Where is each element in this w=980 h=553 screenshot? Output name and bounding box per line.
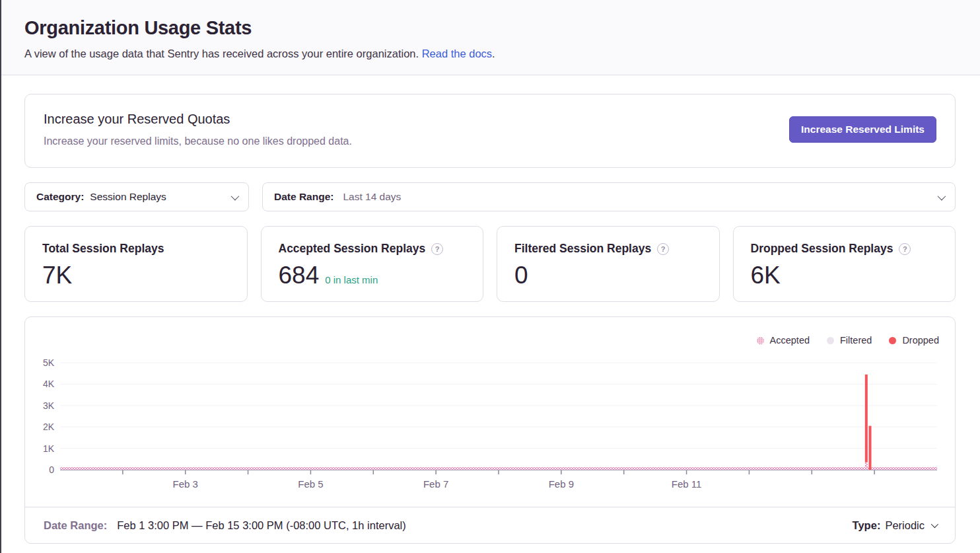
chevron-down-icon [931,521,938,528]
stat-card-subvalue: 0 in last min [325,274,378,285]
svg-text:5K: 5K [43,357,55,368]
chart-legend: Accepted Filtered Dropped [757,335,939,346]
subtitle-period: . [492,48,495,59]
svg-text:Feb 7: Feb 7 [423,478,448,490]
stat-value-row: 0 [514,262,702,289]
legend-item-accepted[interactable]: Accepted [757,335,810,346]
stat-card-title: Total Session Replays [42,242,230,256]
svg-text:2K: 2K [43,422,55,432]
svg-text:Feb 3: Feb 3 [173,478,198,490]
stat-value-row: 684 0 in last min [279,262,466,289]
quota-banner-title: Increase your Reserved Quotas [44,112,352,127]
stat-cards-row: Total Session Replays 7K Accepted Sessio… [24,226,956,302]
chevron-down-icon [938,192,946,200]
category-filter-dropdown[interactable]: Category: Session Replays [24,182,249,211]
dropped-stat-card: Dropped Session Replays? 6K [733,226,956,302]
svg-text:1K: 1K [43,443,55,454]
stat-card-title-text: Total Session Replays [42,242,164,256]
accepted-stat-card: Accepted Session Replays? 684 0 in last … [261,226,484,302]
svg-text:Feb 11: Feb 11 [672,478,702,490]
stat-card-value: 684 [279,262,320,289]
accepted-marker-icon [757,337,764,344]
legend-label: Accepted [770,335,810,346]
page-subtitle: A view of the usage data that Sentry has… [24,48,956,60]
total-stat-card: Total Session Replays 7K [24,226,248,302]
category-filter-value: Session Replays [90,191,166,203]
type-label: Type: [853,519,881,532]
read-docs-link[interactable]: Read the docs [422,48,492,59]
legend-item-filtered[interactable]: Filtered [827,335,872,346]
stat-card-title: Accepted Session Replays? [279,242,466,256]
svg-text:4K: 4K [43,379,55,389]
page-header: Organization Usage Stats A view of the u… [1,0,980,75]
chart-footer: Date Range: Feb 1 3:00 PM — Feb 15 3:00 … [25,507,955,543]
legend-item-dropped[interactable]: Dropped [889,335,939,346]
page-title: Organization Usage Stats [24,17,956,39]
filter-row: Category: Session Replays Date Range: La… [24,182,956,211]
filtered-stat-card: Filtered Session Replays? 0 [497,226,720,302]
chevron-down-icon [231,192,240,200]
svg-text:0: 0 [49,464,54,475]
date-range-filter-dropdown[interactable]: Date Range: Last 14 days [262,182,956,211]
quota-banner: Increase your Reserved Quotas Increase y… [24,94,956,168]
date-range-label: Date Range: [44,519,107,532]
filtered-marker-icon [827,337,834,344]
usage-chart-card: Accepted Filtered Dropped 01K2K3K4K5KFeb… [24,316,956,544]
usage-chart[interactable]: Accepted Filtered Dropped 01K2K3K4K5KFeb… [25,317,955,507]
quota-banner-description: Increase your reserved limits, because n… [44,135,352,147]
legend-label: Filtered [840,335,872,346]
stat-card-title-text: Accepted Session Replays [279,242,426,256]
svg-text:3K: 3K [43,400,55,411]
svg-text:Feb 5: Feb 5 [298,478,323,490]
stat-card-title-text: Filtered Session Replays [514,242,651,256]
help-icon[interactable]: ? [657,243,669,255]
date-range-filter-label: Date Range: [274,191,333,203]
date-range-filter-value: Last 14 days [343,191,401,203]
category-filter-label: Category: [36,191,84,203]
chart-footer-date-range: Date Range: Feb 1 3:00 PM — Feb 15 3:00 … [44,519,406,532]
stat-value-row: 6K [751,262,938,289]
date-range-value: Feb 1 3:00 PM — Feb 15 3:00 PM (-08:00 U… [117,519,405,532]
stat-card-title-text: Dropped Session Replays [751,242,893,256]
help-icon[interactable]: ? [899,243,911,255]
increase-reserved-limits-button[interactable]: Increase Reserved Limits [789,116,936,143]
stat-card-title: Dropped Session Replays? [751,242,938,256]
type-value: Periodic [885,519,925,532]
organization-usage-stats-page: Organization Usage Stats A view of the u… [0,0,980,553]
stat-card-value: 6K [751,262,781,289]
stat-card-value: 0 [514,262,528,289]
help-icon[interactable]: ? [431,243,443,255]
stat-card-title: Filtered Session Replays? [514,242,702,256]
stat-card-value: 7K [42,262,72,289]
dropped-marker-icon [889,337,896,344]
type-dropdown[interactable]: Type: Periodic [853,519,936,532]
quota-banner-text: Increase your Reserved Quotas Increase y… [44,112,352,147]
svg-text:Feb 9: Feb 9 [549,478,574,490]
subtitle-text: A view of the usage data that Sentry has… [24,48,419,59]
main-content: Increase your Reserved Quotas Increase y… [1,75,980,544]
legend-label: Dropped [902,335,939,346]
stat-value-row: 7K [42,262,230,289]
